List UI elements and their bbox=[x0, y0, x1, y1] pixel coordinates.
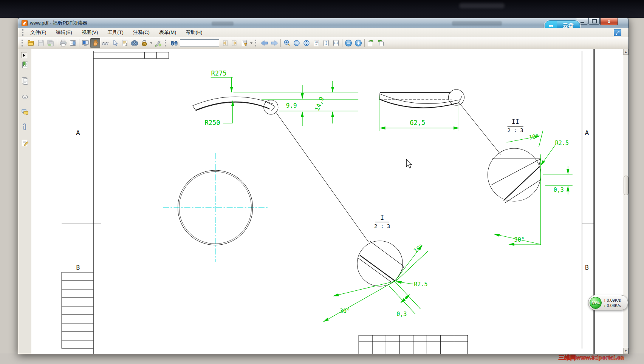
layers-icon bbox=[21, 93, 29, 101]
detail2-scale: 2 : 3 bbox=[508, 127, 523, 133]
detail1-angle10: 10° bbox=[412, 243, 425, 254]
pan-zoom-button[interactable] bbox=[302, 38, 311, 48]
layers-panel-button[interactable] bbox=[20, 93, 29, 101]
fit-width-button[interactable] bbox=[331, 38, 341, 48]
minimize-icon bbox=[581, 22, 584, 23]
menu-comments[interactable]: 注释(C) bbox=[130, 28, 153, 37]
highlight-tool-button[interactable] bbox=[153, 38, 163, 48]
hand-tool-button[interactable] bbox=[90, 38, 100, 48]
expand-arrows-icon bbox=[615, 31, 620, 35]
scroll-up-button[interactable]: ▲ bbox=[623, 49, 629, 55]
watermark-text: 三维网www.3dportal.cn bbox=[559, 354, 624, 361]
loupe-tool-button[interactable] bbox=[100, 38, 110, 48]
detail2-0-3: 0,3 bbox=[554, 187, 564, 193]
scroll-down-button[interactable]: ▼ bbox=[623, 348, 629, 354]
detail2-angle10: 10° bbox=[528, 133, 540, 141]
detail2-r2-5: R2.5 bbox=[555, 140, 569, 147]
minus-circle-icon bbox=[344, 39, 353, 47]
fit-page-button[interactable] bbox=[321, 38, 331, 48]
next-view-button[interactable] bbox=[269, 38, 279, 48]
pages-panel-button[interactable] bbox=[20, 76, 29, 85]
actual-size-button[interactable]: 100% bbox=[311, 38, 321, 48]
detail1-scale: 2 : 3 bbox=[374, 223, 390, 229]
dim-r275: R275 bbox=[211, 69, 227, 77]
restore-button[interactable] bbox=[588, 18, 600, 25]
monitor-icon bbox=[82, 39, 89, 47]
window-title: www.pdf - 福昕PDF阅读器 bbox=[30, 20, 87, 26]
pdf-document-area[interactable]: R275 R250 9,9 14,9 62,5 10° R2.5 0,3 30°… bbox=[31, 49, 623, 354]
comments-panel-button[interactable] bbox=[20, 108, 29, 116]
eyeglasses-icon bbox=[101, 39, 109, 47]
snapshot-button[interactable] bbox=[130, 38, 139, 48]
menu-tools[interactable]: 工具(T) bbox=[104, 28, 127, 37]
detail-view-1 bbox=[357, 241, 404, 286]
menu-view[interactable]: 视图(V) bbox=[78, 28, 101, 37]
rotate-right-button[interactable] bbox=[366, 38, 376, 48]
reading-mode-button[interactable] bbox=[80, 38, 90, 48]
find-previous-button[interactable] bbox=[220, 38, 230, 48]
save-all-button[interactable] bbox=[46, 38, 56, 48]
bookmarks-panel-button[interactable] bbox=[20, 60, 29, 69]
toolbar-separator bbox=[79, 39, 79, 47]
float-toolbar-button[interactable] bbox=[614, 29, 621, 36]
title-bar[interactable]: www.pdf - 福昕PDF阅读器 x ∞ 云盘 bbox=[18, 18, 629, 28]
svg-text:RMS: RMS bbox=[142, 43, 147, 45]
zoom-out-button[interactable] bbox=[344, 38, 353, 48]
download-rate: 0.06K/s bbox=[607, 303, 621, 308]
menu-file[interactable]: 文件(F) bbox=[27, 28, 50, 37]
plus-circle-icon bbox=[354, 39, 362, 47]
fit-width-icon bbox=[332, 39, 340, 47]
panel-expand-button[interactable] bbox=[21, 52, 27, 58]
binoculars-icon bbox=[170, 39, 178, 47]
rms-dropdown[interactable] bbox=[149, 38, 153, 48]
back-arrow-icon bbox=[260, 39, 269, 47]
print-preview-button[interactable] bbox=[68, 38, 78, 48]
marquee-zoom-icon bbox=[293, 39, 300, 47]
toolbar-separator bbox=[364, 39, 365, 47]
toolbar-separator bbox=[280, 39, 281, 47]
restore-icon bbox=[592, 19, 597, 23]
filter-dropdown[interactable] bbox=[249, 38, 253, 48]
zoom-in-tool-button[interactable] bbox=[282, 38, 292, 48]
marquee-zoom-button[interactable] bbox=[292, 38, 302, 48]
find-button[interactable] bbox=[169, 38, 179, 48]
search-input[interactable] bbox=[180, 39, 219, 46]
select-text-button[interactable] bbox=[120, 38, 130, 48]
mouse-cursor bbox=[406, 159, 412, 168]
save-button[interactable] bbox=[36, 38, 46, 48]
menu-help[interactable]: 帮助(H) bbox=[182, 28, 206, 37]
menu-edit[interactable]: 编辑(E) bbox=[53, 28, 76, 37]
rotate-left-button[interactable] bbox=[376, 38, 385, 48]
filter-document-button[interactable] bbox=[240, 38, 249, 48]
toolbar-grip[interactable] bbox=[165, 40, 167, 46]
previous-view-button[interactable] bbox=[260, 38, 269, 48]
pdf-drawing: R275 R250 9,9 14,9 62,5 10° R2.5 0,3 30°… bbox=[31, 49, 623, 354]
toolbar-grip[interactable] bbox=[22, 40, 24, 46]
scrollbar-thumb[interactable] bbox=[624, 176, 629, 195]
rotate-right-icon bbox=[367, 39, 375, 47]
dim-14-9: 14,9 bbox=[313, 96, 325, 112]
print-button[interactable] bbox=[58, 38, 68, 48]
zoom-in-button[interactable] bbox=[353, 38, 363, 48]
network-speed-indicator[interactable]: 69% ↑ 0.09K/s ↓ 0.06K/s bbox=[588, 295, 628, 310]
fit-page-icon bbox=[322, 39, 330, 47]
toolbar-grip[interactable] bbox=[255, 40, 258, 46]
caret-down-icon bbox=[150, 42, 153, 44]
menubar-grip[interactable] bbox=[22, 29, 25, 36]
foxit-app-icon bbox=[22, 20, 28, 26]
find-next-button[interactable] bbox=[230, 38, 240, 48]
dim-r250: R250 bbox=[205, 119, 220, 126]
attachments-panel-button[interactable] bbox=[20, 123, 29, 131]
rms-lock-icon: RMS bbox=[141, 39, 148, 47]
open-button[interactable] bbox=[26, 38, 36, 48]
signature-panel-button[interactable] bbox=[20, 139, 29, 147]
detail1-r2-5: R2.5 bbox=[414, 281, 427, 288]
close-button[interactable]: x bbox=[600, 18, 618, 25]
rms-encrypt-button[interactable]: RMS bbox=[139, 38, 149, 48]
main-toolbar: RMS 100% bbox=[18, 37, 629, 49]
dim-62-5: 62,5 bbox=[410, 119, 425, 126]
menu-forms[interactable]: 表单(M) bbox=[156, 28, 180, 37]
select-annotation-button[interactable] bbox=[110, 38, 120, 48]
detail-view-2 bbox=[488, 148, 541, 203]
centerlines bbox=[163, 153, 268, 262]
